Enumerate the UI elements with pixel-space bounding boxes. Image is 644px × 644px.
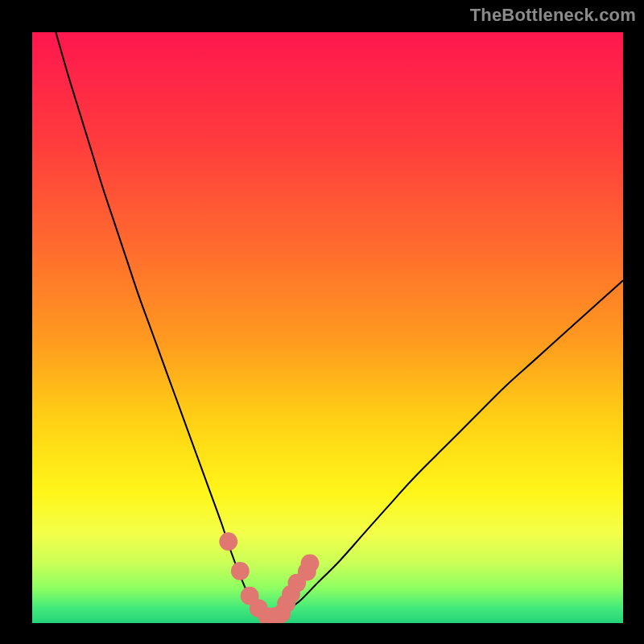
plot-area	[32, 32, 623, 623]
curve-marker	[231, 562, 250, 580]
chart-svg	[32, 32, 623, 623]
watermark-text: TheBottleneck.com	[470, 5, 636, 26]
chart-stage: TheBottleneck.com	[0, 0, 644, 644]
curve-marker	[219, 532, 237, 551]
gradient-bg	[32, 32, 623, 623]
curve-marker	[301, 554, 320, 572]
